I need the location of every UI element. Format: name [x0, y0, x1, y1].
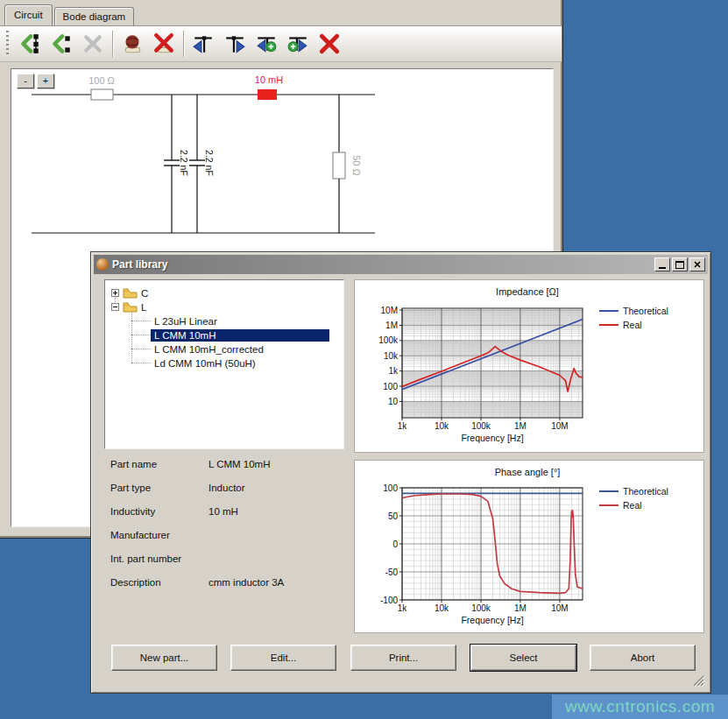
add-probe-left-icon[interactable] [251, 29, 282, 59]
svg-text:100k: 100k [378, 335, 399, 345]
svg-text:1M: 1M [514, 421, 527, 431]
tree-item-selected[interactable]: L CMM 10mH [151, 328, 329, 342]
svg-text:Impedance [Ω]: Impedance [Ω] [496, 286, 559, 297]
watermark-band: www.cntronics.com [552, 694, 728, 719]
svg-text:10k: 10k [384, 351, 399, 361]
detail-value: 10 mH [209, 506, 238, 517]
inductor-l1-label: 10 mH [255, 74, 283, 85]
expander-plus-icon[interactable] [111, 289, 119, 297]
svg-text:Phase angle [°]: Phase angle [°] [495, 467, 561, 477]
tree-item-label[interactable]: L CMM 10mH [151, 329, 329, 342]
svg-text:1M: 1M [514, 603, 527, 613]
maximize-button[interactable] [672, 257, 688, 271]
svg-text:100k: 100k [471, 421, 491, 431]
probe-left-icon[interactable] [187, 29, 219, 59]
minimize-button[interactable] [654, 257, 670, 271]
resistor-r1[interactable] [91, 89, 113, 100]
zoom-in-button[interactable]: + [37, 74, 54, 88]
tree-node-label[interactable]: C [141, 288, 148, 299]
impedance-chart-panel: 1k10k100k1M10M101001k10k100k1M10MImpedan… [354, 279, 704, 453]
expander-minus-icon[interactable] [111, 303, 119, 311]
zoom-out-button[interactable]: - [17, 74, 34, 88]
tree-item-label[interactable]: L CMM 10mH_corrected [151, 343, 329, 356]
svg-text:1k: 1k [398, 421, 408, 431]
svg-text:Frequency [Hz]: Frequency [Hz] [461, 433, 523, 443]
tree-line [131, 335, 151, 335]
svg-text:Theoretical: Theoretical [623, 486, 668, 497]
select-button[interactable]: Select [470, 645, 576, 671]
edit-button[interactable]: Edit... [230, 645, 336, 671]
tree-node-c[interactable]: C [111, 286, 148, 300]
svg-text:1M: 1M [385, 321, 398, 330]
dialog-titlebar[interactable]: Part library [94, 255, 708, 274]
close-button[interactable] [689, 257, 705, 271]
zoom-controls: - + [17, 74, 57, 88]
svg-text:100k: 100k [471, 603, 491, 613]
svg-text:10M: 10M [551, 603, 568, 613]
detail-label: Manufacturer [110, 530, 170, 540]
insert-left-icon[interactable] [14, 29, 46, 59]
delete-probe-icon[interactable] [314, 29, 345, 59]
detail-label: Inductivity [110, 506, 155, 517]
tree-item[interactable]: Ld CMM 10mH (50uH) [151, 356, 329, 370]
detail-value: L CMM 10mH [209, 459, 271, 469]
svg-text:50: 50 [388, 511, 399, 521]
tree-node-label[interactable]: L [141, 302, 146, 313]
inductor-l1[interactable] [258, 89, 277, 100]
svg-text:Frequency [Hz]: Frequency [Hz] [461, 615, 523, 625]
resistor-r2[interactable] [333, 152, 345, 179]
svg-text:1k: 1k [398, 603, 408, 613]
tree-line [131, 321, 151, 321]
probe-right-icon[interactable] [219, 29, 251, 59]
impedance-chart: 1k10k100k1M10M101001k10k100k1M10MImpedan… [355, 280, 703, 452]
svg-text:10k: 10k [435, 421, 449, 431]
detail-label: Part type [110, 483, 151, 493]
tree-item[interactable]: L 23uH Linear [151, 314, 329, 328]
svg-text:Theoretical: Theoretical [623, 306, 668, 316]
tree-line [131, 363, 151, 363]
tree-item-label[interactable]: L 23uH Linear [151, 315, 329, 328]
stop-simulation-icon[interactable] [148, 29, 180, 59]
print-button[interactable]: Print... [350, 645, 456, 671]
tab-bode-diagram[interactable]: Bode diagram [54, 7, 135, 25]
tab-bar: Circuit Bode diagram [4, 2, 136, 25]
resize-grip-icon[interactable] [693, 674, 704, 690]
resistor-r2-label: 50 Ω [351, 155, 362, 176]
tree-line [131, 349, 151, 349]
tree-item[interactable]: L CMM 10mH_corrected [151, 342, 329, 356]
tree-node-l[interactable]: L [111, 300, 146, 314]
part-tree[interactable]: C L L 23uH Linear L CMM 10mH L CMM 10mH_… [104, 279, 344, 449]
tab-circuit[interactable]: Circuit [4, 4, 53, 25]
svg-text:0: 0 [392, 539, 398, 549]
svg-text:100: 100 [383, 483, 398, 493]
delete-disabled-icon [77, 29, 109, 59]
toolbar-separator [112, 31, 113, 57]
detail-label: Description [110, 577, 161, 588]
run-simulation-icon[interactable] [117, 29, 148, 59]
window-buttons [654, 257, 705, 271]
folder-icon [123, 287, 138, 299]
detail-label: Part name [110, 459, 157, 469]
svg-text:10: 10 [388, 397, 399, 406]
new-part-button[interactable]: New part... [111, 645, 217, 671]
detail-value: cmm inductor 3A [209, 577, 284, 588]
abort-button[interactable]: Abort [590, 645, 696, 671]
capacitor-c2-label: 2.2 nF [204, 150, 215, 176]
dialog-client: C L L 23uH Linear L CMM 10mH L CMM 10mH_… [94, 274, 708, 692]
svg-text:-50: -50 [385, 567, 399, 577]
svg-text:1k: 1k [388, 366, 399, 376]
svg-text:-100: -100 [380, 596, 398, 605]
toolbar-grip[interactable] [6, 31, 9, 57]
insert-left-alt-icon[interactable] [46, 29, 77, 59]
tree-line [131, 308, 132, 363]
dialog-title: Part library [112, 258, 654, 271]
phase-chart-panel: 1k10k100k1M10M100500-50-100Phase angle [… [354, 460, 704, 633]
resistor-r1-label: 100 Ω [88, 75, 115, 86]
phase-angle-chart: 1k10k100k1M10M100500-50-100Phase angle [… [355, 461, 703, 632]
svg-text:10k: 10k [435, 603, 449, 613]
folder-icon [123, 301, 138, 313]
toolbar [0, 25, 562, 62]
tree-item-label[interactable]: Ld CMM 10mH (50uH) [151, 357, 329, 370]
watermark-text: www.cntronics.com [565, 697, 715, 716]
add-probe-right-icon[interactable] [282, 29, 314, 59]
